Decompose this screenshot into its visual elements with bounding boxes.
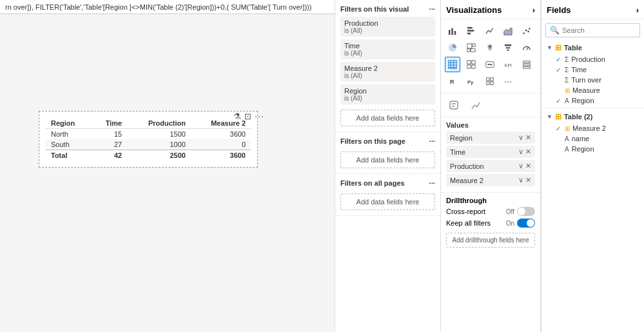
viz-field-measure2-name: Measure 2 [450, 177, 483, 184]
viz-icon-kpi[interactable]: KPI [500, 57, 516, 72]
more-options-icon[interactable]: ··· [255, 111, 264, 121]
table-visual[interactable]: Region Time Production Measure 2 North 1… [39, 111, 258, 168]
text-icon-region2: A [565, 146, 569, 153]
svg-rect-18 [506, 47, 511, 48]
viz-icon-bar2[interactable] [463, 23, 479, 39]
field-item-region2[interactable]: ✓ A Region [544, 144, 641, 154]
svg-rect-4 [467, 30, 474, 32]
viz-icon-card[interactable] [482, 57, 498, 72]
check-icon-measure2: ✓ [556, 125, 562, 132]
viz-icon-pie[interactable] [445, 40, 460, 55]
filter-time-name: Time [344, 42, 431, 50]
cross-report-toggle[interactable]: Off [506, 207, 535, 216]
field-group-table-header[interactable]: ▼ ⊞ Table [544, 41, 641, 54]
viz-field-region[interactable]: Region ∨ ✕ [446, 132, 535, 144]
keep-filters-track[interactable] [517, 219, 535, 228]
viz-icon-table[interactable] [445, 57, 460, 72]
viz-icon-line[interactable] [482, 23, 498, 39]
viz-icon-treemap[interactable] [463, 40, 479, 55]
add-all-fields-btn[interactable]: Add data fields here [340, 193, 435, 210]
viz-values-label: Values [446, 121, 535, 129]
filter-production-value: is (All) [344, 27, 431, 34]
viz-icon-map[interactable] [482, 40, 498, 55]
viz-icon-scatter[interactable] [519, 23, 534, 39]
filters-all-pages-dots[interactable]: ··· [429, 179, 435, 187]
filter-production-item[interactable]: Production is (All) [340, 17, 435, 37]
filters-this-visual-section: Filters on this visual ··· Production is… [335, 0, 440, 132]
field-item-name[interactable]: ✓ A name [544, 133, 641, 144]
field-item-production[interactable]: ✓ Σ Production [544, 54, 641, 64]
viz-icon-gauge[interactable] [519, 40, 534, 55]
filter-measure2-item[interactable]: Measure 2 is (All) [340, 62, 435, 82]
svg-point-7 [523, 32, 525, 34]
search-input[interactable] [562, 26, 636, 34]
viz-field-measure2[interactable]: Measure 2 ∨ ✕ [446, 174, 535, 186]
visual-toolbar: ⚗ ⊡ ··· [233, 111, 264, 121]
cell-region: North [46, 129, 92, 140]
viz-icon-funnel[interactable] [500, 40, 516, 55]
field-item-region[interactable]: ✓ A Region [544, 95, 641, 106]
field-item-time[interactable]: ✓ Σ Time [544, 64, 641, 75]
keep-filters-toggle[interactable]: On [506, 219, 535, 228]
add-page-fields-btn[interactable]: Add data fields here [340, 151, 435, 168]
remove-icon[interactable]: ✕ [525, 133, 531, 142]
expand-icon: ▼ [547, 44, 552, 51]
formula-bar: rn over]), FILTER('Table','Table'[Region… [0, 0, 335, 14]
viz-field-production[interactable]: Production ∨ ✕ [446, 160, 535, 172]
viz-field-time[interactable]: Time ∨ ✕ [446, 146, 535, 158]
filters-this-page-dots[interactable]: ··· [429, 137, 435, 145]
search-icon: 🔍 [550, 26, 560, 35]
dropdown-icon[interactable]: ∨ [518, 133, 523, 142]
expand-icon-table2: ▼ [547, 113, 552, 120]
filters-this-page-section: Filters on this page ··· Add data fields… [335, 132, 440, 174]
cell-measure2: 0 [191, 139, 251, 150]
keep-filters-label: Keep all filters [446, 219, 491, 227]
viz-panel: Visualizations › [441, 0, 541, 332]
add-visual-fields-btn[interactable]: Add data fields here [340, 110, 435, 126]
filters-this-visual-dots[interactable]: ··· [429, 5, 435, 13]
fields-arrow[interactable]: › [636, 5, 639, 15]
filter-icon[interactable]: ⚗ [233, 112, 241, 121]
field-item-measure2[interactable]: ✓ ⊞ Measure 2 [544, 123, 641, 133]
svg-text:KPI: KPI [505, 63, 512, 68]
viz-icon-py[interactable]: Py [463, 73, 479, 89]
add-drillthrough-btn[interactable]: Add drillthrough fields here [446, 233, 535, 248]
viz-icon-r[interactable]: R [445, 73, 460, 89]
field-group-table2-header[interactable]: ▼ ⊞ Table (2) [544, 110, 641, 123]
viz-icon-bar[interactable] [445, 23, 460, 39]
field-label-region2: Region [572, 145, 638, 153]
table-row: South 27 1000 0 [46, 139, 251, 150]
svg-rect-36 [523, 67, 531, 69]
filter-region-item[interactable]: Region is (All) [340, 84, 435, 104]
viz-icon-more[interactable]: ··· [500, 73, 516, 89]
viz-icon-matrix[interactable] [463, 57, 479, 72]
analytics-icon[interactable] [467, 96, 485, 114]
field-item-measure[interactable]: ✓ ⊞ Measure [544, 85, 641, 95]
dropdown-icon[interactable]: ∨ [518, 148, 523, 156]
viz-icon-slicer[interactable] [519, 57, 534, 72]
svg-rect-17 [505, 44, 512, 46]
filter-time-item[interactable]: Time is (All) [340, 39, 435, 59]
viz-icons-grid: KPI R Py ··· [441, 19, 540, 93]
table-total-row: Total 42 2500 3600 [46, 150, 251, 161]
viz-field-measure2-actions: ∨ ✕ [518, 176, 531, 184]
field-item-turnover[interactable]: ✓ Σ Turn over [544, 75, 641, 85]
fields-search-container[interactable]: 🔍 [545, 23, 640, 37]
format-icon[interactable] [445, 96, 463, 114]
svg-rect-29 [467, 65, 471, 68]
dropdown-icon[interactable]: ∨ [518, 176, 523, 184]
svg-rect-13 [473, 44, 475, 46]
viz-title: Visualizations [446, 5, 502, 15]
cross-report-track[interactable] [517, 207, 535, 216]
viz-icon-custom[interactable] [482, 73, 498, 89]
remove-icon[interactable]: ✕ [525, 176, 531, 184]
remove-icon[interactable]: ✕ [525, 148, 531, 156]
svg-text:R: R [450, 78, 454, 85]
focus-icon[interactable]: ⊡ [244, 112, 251, 121]
viz-icon-area[interactable] [500, 23, 516, 39]
viz-arrow[interactable]: › [532, 5, 535, 15]
viz-field-region-actions: ∨ ✕ [518, 133, 531, 142]
remove-icon[interactable]: ✕ [525, 162, 531, 170]
table2-icon: ⊞ [555, 112, 561, 121]
dropdown-icon[interactable]: ∨ [518, 162, 523, 170]
